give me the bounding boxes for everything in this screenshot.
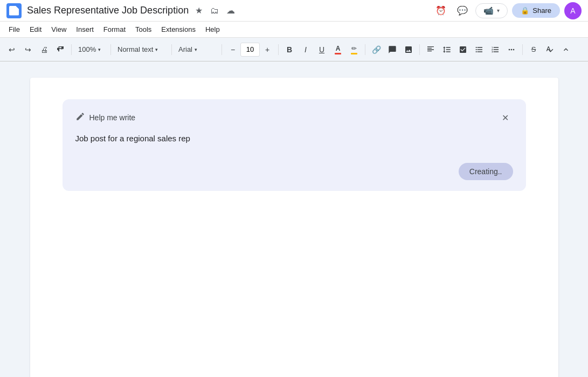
- menu-bar: File Edit View Insert Format Tools Exten…: [0, 22, 588, 38]
- meet-chevron-icon: ▾: [497, 8, 500, 13]
- text-style-value: Normal text: [117, 45, 153, 53]
- separator-1: [71, 44, 72, 55]
- font-chevron-icon: ▾: [195, 47, 197, 52]
- meet-button[interactable]: 📹 ▾: [475, 3, 508, 18]
- menu-insert[interactable]: Insert: [72, 24, 98, 35]
- share-label: Share: [532, 6, 551, 15]
- strikethrough-button[interactable]: S: [526, 42, 541, 57]
- bold-button[interactable]: B: [282, 42, 297, 57]
- doc-icon: [6, 3, 22, 18]
- checklist-button[interactable]: [455, 42, 471, 57]
- menu-edit[interactable]: Edit: [25, 24, 46, 35]
- more-formatting-button[interactable]: [504, 42, 519, 57]
- text-color-icon: A: [335, 45, 341, 54]
- history-button[interactable]: ⏰: [432, 2, 449, 19]
- print-button[interactable]: 🖨: [37, 42, 52, 57]
- chat-button[interactable]: 💬: [454, 2, 471, 19]
- highlight-button[interactable]: ✏: [347, 42, 362, 57]
- lock-icon: 🔒: [521, 6, 529, 15]
- line-spacing-button[interactable]: [439, 42, 454, 57]
- creating-button[interactable]: Creating..: [459, 163, 513, 180]
- zoom-chevron-icon: ▾: [98, 47, 101, 52]
- alignment-button[interactable]: [423, 42, 438, 57]
- numbered-list-button[interactable]: [488, 42, 503, 57]
- ai-panel-title: Help me write: [75, 112, 136, 124]
- separator-7: [419, 44, 420, 55]
- share-button[interactable]: 🔒 Share: [512, 3, 560, 18]
- menu-file[interactable]: File: [4, 24, 24, 35]
- cloud-save-button[interactable]: ☁: [224, 3, 237, 19]
- paint-format-button[interactable]: [53, 42, 68, 57]
- text-style-chevron-icon: ▾: [155, 47, 158, 52]
- ai-help-panel: Help me write ✕ Job post for a regional …: [63, 99, 526, 191]
- separator-2: [110, 44, 111, 55]
- toolbar: ↩ ↪ 🖨 100% ▾ Normal text ▾ Arial ▾ − + B…: [0, 38, 588, 61]
- pen-icon: [75, 112, 85, 124]
- menu-extensions[interactable]: Extensions: [157, 24, 200, 35]
- italic-button[interactable]: I: [298, 42, 313, 57]
- camera-icon: 📹: [483, 6, 494, 16]
- bullets-button[interactable]: [472, 42, 487, 57]
- document-title[interactable]: Sales Representative Job Description: [27, 5, 189, 16]
- ai-panel-close-button[interactable]: ✕: [498, 110, 513, 125]
- font-size-input[interactable]: [240, 43, 260, 57]
- creating-label: Creating..: [469, 167, 502, 176]
- ai-panel-help-label: Help me write: [89, 113, 136, 122]
- folder-button[interactable]: 🗂: [208, 3, 221, 19]
- separator-4: [222, 44, 222, 55]
- document-page: Help me write ✕ Job post for a regional …: [30, 78, 558, 377]
- close-icon: ✕: [502, 113, 509, 123]
- star-button[interactable]: ★: [193, 3, 205, 19]
- separator-5: [278, 44, 279, 55]
- redo-button[interactable]: ↪: [20, 42, 36, 57]
- collapse-toolbar-button[interactable]: [558, 42, 573, 57]
- font-value: Arial: [178, 45, 192, 53]
- menu-view[interactable]: View: [47, 24, 71, 35]
- undo-button[interactable]: ↩: [4, 42, 19, 57]
- ai-prompt-text: Job post for a regional sales rep: [75, 134, 513, 150]
- menu-format[interactable]: Format: [99, 24, 130, 35]
- image-button[interactable]: [401, 42, 416, 57]
- text-style-select[interactable]: Normal text ▾: [114, 42, 168, 58]
- main-content: Help me write ✕ Job post for a regional …: [0, 61, 588, 377]
- ai-panel-header: Help me write ✕: [75, 110, 513, 125]
- highlight-icon: ✏: [351, 45, 357, 54]
- font-select[interactable]: Arial ▾: [175, 42, 218, 58]
- avatar[interactable]: A: [564, 2, 582, 19]
- toolbar-right: ⏰ 💬 📹 ▾ 🔒 Share A: [432, 2, 582, 19]
- title-bar: Sales Representative Job Description ★ 🗂…: [0, 0, 588, 22]
- menu-help[interactable]: Help: [201, 24, 224, 35]
- font-size-increase-button[interactable]: +: [260, 42, 275, 57]
- separator-6: [365, 44, 365, 55]
- separator-8: [522, 44, 523, 55]
- underline-button[interactable]: U: [314, 42, 329, 57]
- menu-tools[interactable]: Tools: [131, 24, 156, 35]
- separator-3: [171, 44, 172, 55]
- text-color-button[interactable]: A: [330, 42, 345, 57]
- ai-panel-footer: Creating..: [75, 163, 513, 180]
- zoom-value: 100%: [78, 45, 96, 53]
- zoom-select[interactable]: 100% ▾: [75, 42, 107, 58]
- link-button[interactable]: 🔗: [369, 42, 384, 57]
- font-size-group: − +: [225, 42, 275, 57]
- font-size-decrease-button[interactable]: −: [225, 42, 240, 57]
- spellcheck-button[interactable]: [542, 42, 557, 57]
- comment-button[interactable]: [385, 42, 400, 57]
